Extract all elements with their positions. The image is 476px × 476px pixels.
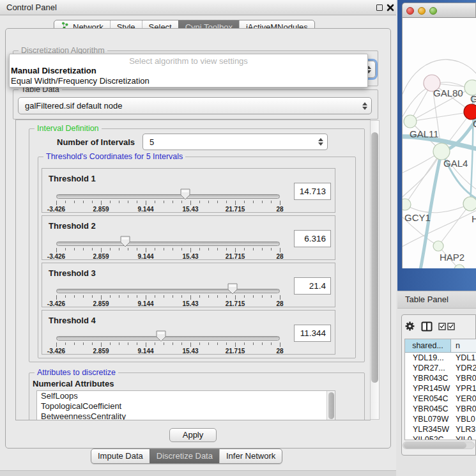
slider-scale-label: 21.715 xyxy=(226,206,245,213)
slider-scale-label: 2.859 xyxy=(93,300,109,307)
numerical-attributes-label: Numerical Attributes xyxy=(33,379,114,388)
slider-tick xyxy=(92,201,93,203)
close-icon[interactable] xyxy=(387,4,394,13)
table-cell: YER054C xyxy=(405,394,451,404)
threshold-label: Threshold 3 xyxy=(49,268,96,278)
slider-tick xyxy=(110,248,111,250)
column-header-1[interactable]: shared... xyxy=(405,339,451,352)
tab-infer-network[interactable]: Infer Network xyxy=(219,449,282,463)
dropdown-options: Manual DiscretizationEqual Width/Frequen… xyxy=(10,66,367,86)
slider-scale-label: 15.43 xyxy=(182,253,198,260)
threshold-value-field[interactable] xyxy=(294,277,331,295)
split-pane-icon[interactable] xyxy=(421,321,433,334)
select-columns-icon[interactable] xyxy=(438,323,455,332)
minimize-traffic-light[interactable] xyxy=(418,7,426,15)
slider-scale-label: 9.144 xyxy=(137,206,153,213)
attribute-item-betweennesscentrality[interactable]: BetweennessCentrality xyxy=(37,411,335,420)
zoom-traffic-light[interactable] xyxy=(429,7,437,15)
slider-tick xyxy=(146,342,146,347)
slider-tick xyxy=(181,248,182,250)
tab-impute-data[interactable]: Impute Data xyxy=(91,449,150,463)
slider-thumb[interactable] xyxy=(156,330,166,342)
column-header-2[interactable]: n xyxy=(451,339,476,352)
slider-track[interactable] xyxy=(56,289,280,293)
slider-tick xyxy=(155,201,155,203)
table-row[interactable]: YLR345WYLR3 xyxy=(405,424,476,434)
node-label: C xyxy=(473,118,476,129)
slider-thumb[interactable] xyxy=(120,236,130,247)
number-of-intervals-value: 5 xyxy=(143,137,314,147)
table-row[interactable]: YIL052CYIL0 xyxy=(405,434,476,440)
slider-tick xyxy=(146,248,146,252)
slider-scale-label: -3.426 xyxy=(47,253,65,260)
slider-tick xyxy=(128,295,128,298)
slider-thumb[interactable] xyxy=(180,188,190,200)
thresholds-group-title: Threshold's Coordinates for 5 Intervals xyxy=(43,152,185,161)
slider-tick xyxy=(181,342,182,345)
table-row[interactable]: YBR045CYBR0 xyxy=(405,404,476,414)
threshold-value-field[interactable] xyxy=(294,183,331,200)
number-of-intervals-spinner[interactable]: 5 xyxy=(142,134,328,150)
spinner-arrows-icon[interactable] xyxy=(314,138,327,146)
close-traffic-light[interactable] xyxy=(406,7,414,15)
slider-tick xyxy=(92,295,93,298)
float-icon[interactable] xyxy=(376,4,383,11)
slider-tick xyxy=(280,201,280,205)
slider-tick xyxy=(92,342,93,345)
threshold-value-field[interactable] xyxy=(294,325,331,342)
slider-tick xyxy=(173,248,173,250)
table-row[interactable]: YDL19...YDL1 xyxy=(405,353,476,363)
slider-thumb[interactable] xyxy=(227,283,238,295)
scrollbar-thumb[interactable] xyxy=(371,132,378,383)
table-data-combobox[interactable]: galFiltered.sif default node xyxy=(18,97,372,114)
table-row[interactable]: YER054CYER0 xyxy=(405,394,476,404)
slider-track[interactable] xyxy=(56,242,280,246)
slider-tick xyxy=(190,201,191,205)
slider-tick xyxy=(137,201,137,203)
slider-tick xyxy=(74,342,75,345)
network-canvas[interactable]: GAL80GGAL11CGAL4GCY1HHAP2 xyxy=(402,18,476,268)
table-hscroll-thumb[interactable] xyxy=(404,442,466,449)
attribute-item-selfloops[interactable]: SelfLoops xyxy=(37,391,335,401)
slider-scale-label: 9.144 xyxy=(137,300,153,307)
slider-tick xyxy=(101,342,102,347)
slider-scale-label: -3.426 xyxy=(47,300,65,307)
network-node-c[interactable] xyxy=(464,104,476,119)
settings-vertical-scrollbar[interactable] xyxy=(370,120,380,420)
gear-icon[interactable] xyxy=(404,321,415,334)
table-row[interactable]: YBL079WYBL0 xyxy=(405,414,476,424)
slider-tick xyxy=(226,201,227,203)
slider-tick xyxy=(253,201,254,203)
table-row[interactable]: YBR043CYBR0 xyxy=(405,373,476,383)
network-node-gal11[interactable] xyxy=(404,115,417,128)
attribute-item-topologicalcoefficient[interactable]: TopologicalCoefficient xyxy=(37,401,335,411)
network-node-h[interactable] xyxy=(463,197,476,211)
dropdown-option-equal-width-frequency-discretization[interactable]: Equal Width/Frequency Discretization xyxy=(10,76,367,86)
slider-tick xyxy=(226,295,227,298)
bottom-tab-bar: Impute DataDiscretize DataInfer Network xyxy=(91,449,282,464)
slider-tick xyxy=(280,248,280,252)
slider-scale-label: 21.715 xyxy=(226,300,245,307)
tab-discretize-data[interactable]: Discretize Data xyxy=(150,449,219,463)
threshold-value-field[interactable] xyxy=(294,230,331,247)
slider-tick xyxy=(101,201,102,205)
slider-tick xyxy=(190,295,191,300)
table-row[interactable]: YPR145WYPR1 xyxy=(405,383,476,394)
apply-button[interactable]: Apply xyxy=(169,428,217,442)
attributes-scrollbar[interactable] xyxy=(326,391,335,420)
slider-tick xyxy=(235,248,236,252)
dropdown-option-manual-discretization[interactable]: Manual Discretization xyxy=(10,66,367,76)
slider-tick xyxy=(235,201,236,205)
table-cell: YBL0 xyxy=(451,414,476,424)
node-table[interactable]: shared...n YDL19...YDL1YDR27...YDR2YBR04… xyxy=(404,339,476,440)
slider-track[interactable] xyxy=(56,194,280,199)
slider-tick xyxy=(217,201,218,203)
table-row[interactable]: YDR27...YDR2 xyxy=(405,363,476,373)
slider-tick xyxy=(128,201,128,203)
slider-tick xyxy=(244,342,245,345)
slider-track[interactable] xyxy=(56,336,280,341)
network-node-hap2[interactable] xyxy=(433,241,443,251)
slider-scale-label: 9.144 xyxy=(137,348,153,355)
network-node-gcy1[interactable] xyxy=(403,199,411,210)
numerical-attributes-list[interactable]: SelfLoopsTopologicalCoefficientBetweenne… xyxy=(36,390,335,420)
